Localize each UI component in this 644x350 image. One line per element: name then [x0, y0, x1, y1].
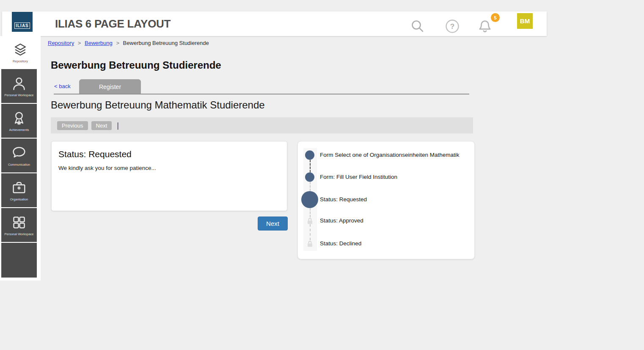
breadcrumb-separator: > [116, 40, 119, 46]
lock-icon [306, 240, 314, 247]
sidebar-item-label: Repository [13, 59, 28, 63]
sidebar-item-repository[interactable]: Repository [0, 36, 41, 69]
grid-icon [11, 214, 28, 231]
sidebar-item-label: Achievements [9, 128, 29, 132]
sidebar-item-label: Personal Workspace [4, 232, 33, 236]
status-card-body: We kindly ask you for some patience... [58, 165, 280, 171]
workflow-connector [310, 208, 311, 217]
workflow-card: Form Select one of Organisationseinheite… [297, 141, 475, 259]
workflow-step-label: Status: Requested [320, 196, 367, 203]
sidebar-item-label: Communication [8, 163, 30, 167]
workflow-connector [310, 160, 311, 172]
sidebar-empty-slot [1, 243, 37, 278]
help-icon[interactable]: ? [445, 19, 460, 33]
briefcase-icon [11, 179, 28, 196]
medal-icon [11, 110, 28, 127]
tab-register[interactable]: Register [79, 79, 141, 94]
toolbar-separator: | [117, 121, 119, 130]
avatar[interactable]: BM [517, 13, 533, 29]
brand-title: ILIAS 6 PAGE LAYOUT [55, 17, 171, 31]
notification-count: 5 [494, 15, 496, 20]
sidebar-item-achievements[interactable]: Achievements [1, 104, 37, 138]
svg-text:?: ? [450, 22, 454, 31]
workflow-step-label: Status: Declined [320, 240, 361, 247]
breadcrumb-link-bewerbung[interactable]: Bewerbung [85, 40, 113, 46]
search-icon[interactable] [410, 18, 426, 34]
workflow-step-label: Form: Fill User Field Institution [320, 174, 397, 180]
sidebar-item-label: Organisation [10, 197, 28, 201]
page-title: Bewerbung Betreuung Studierende [51, 59, 221, 71]
ilias-logo-text: ILIAS [14, 22, 30, 29]
back-link[interactable]: < back [54, 83, 71, 89]
layers-icon [12, 42, 28, 58]
lock-icon [306, 217, 314, 225]
breadcrumb: Repository > Bewerbung > Bewerbung Betre… [48, 40, 209, 46]
tab-divider [54, 94, 469, 94]
notification-bell-icon[interactable] [477, 19, 493, 35]
pagination-toolbar: Previous Next | [51, 117, 473, 133]
section-title: Bewerbung Betreuung Mathematik Studieren… [51, 99, 265, 111]
chat-icon [11, 144, 28, 161]
sidebar-item-label: Personal Workspace [4, 93, 33, 97]
workflow-connector [310, 224, 311, 240]
workflow-connector [310, 182, 311, 191]
sidebar-item-personal-workspace-2[interactable]: Personal Workspace [1, 208, 37, 242]
sidebar-item-communication[interactable]: Communication [1, 139, 37, 172]
sidebar-item-organisation[interactable]: Organisation [1, 173, 37, 207]
workflow-step-label: Form Select one of Organisationseinheite… [320, 152, 459, 158]
previous-button[interactable]: Previous [57, 121, 88, 130]
next-page-button[interactable]: Next [91, 121, 112, 130]
status-card-title: Status: Requested [58, 149, 280, 159]
user-icon [11, 75, 28, 92]
breadcrumb-link-repository[interactable]: Repository [48, 40, 74, 46]
ilias-logo[interactable]: ILIAS [12, 12, 33, 32]
breadcrumb-separator: > [78, 40, 81, 46]
workflow-step-label: Status: Approved [320, 217, 363, 224]
sidebar-item-personal-workspace[interactable]: Personal Workspace [1, 69, 37, 103]
breadcrumb-current: Bewerbung Betreuung Studierende [123, 40, 209, 46]
step-current-dot [301, 191, 318, 208]
status-card: Status: Requested We kindly ask you for … [51, 141, 287, 211]
main-sidebar: Repository Personal Workspace Achievemen… [0, 36, 41, 281]
top-header-bar: ILIAS ILIAS 6 PAGE LAYOUT ? 5 BM [2, 11, 547, 36]
step-completed-dot [305, 150, 314, 160]
notification-count-badge: 5 [491, 13, 500, 22]
step-completed-dot [305, 172, 314, 182]
avatar-initials: BM [520, 17, 530, 25]
next-button[interactable]: Next [258, 217, 288, 231]
